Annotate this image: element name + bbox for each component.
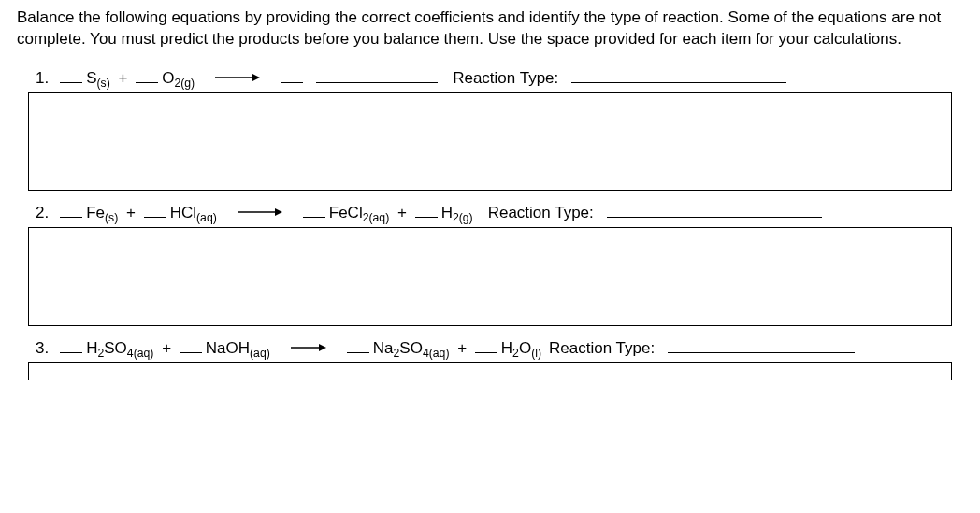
reactant-2: HCl(aq) <box>170 204 217 224</box>
reaction-arrow-icon <box>215 72 260 83</box>
reaction-type-label: Reaction Type: <box>453 69 558 88</box>
work-area-3[interactable] <box>28 362 952 380</box>
plus-sign: + <box>393 204 411 222</box>
plus-sign: + <box>114 69 132 88</box>
product-2: H2(g) <box>441 204 473 224</box>
coefficient-blank[interactable] <box>60 202 82 218</box>
reaction-arrow-icon <box>238 207 282 218</box>
reactant-2: NaOH(aq) <box>206 339 270 360</box>
coefficient-blank[interactable] <box>281 67 303 83</box>
work-area-1[interactable] <box>28 92 952 191</box>
svg-marker-3 <box>275 208 282 216</box>
item-number: 3. <box>36 339 49 358</box>
reaction-arrow-icon <box>291 342 326 353</box>
plus-sign: + <box>122 204 139 222</box>
reactant-2: O2(g) <box>162 69 195 90</box>
instructions-text: Balance the following equations by provi… <box>17 7 963 50</box>
equation-row-3: 3. H2SO4(aq) + NaOH(aq) Na2SO4(aq) + H2O… <box>17 337 963 360</box>
coefficient-blank[interactable] <box>347 337 369 353</box>
reactant-1: Fe(s) <box>86 204 118 224</box>
work-area-2[interactable] <box>28 227 952 326</box>
equation-row-1: 1. S(s) + O2(g) Reaction Type: <box>17 67 963 90</box>
reaction-type-blank[interactable] <box>571 67 786 83</box>
product-2: H2O(l) <box>501 339 541 360</box>
coefficient-blank[interactable] <box>303 202 325 218</box>
svg-marker-5 <box>319 344 326 351</box>
coefficient-blank[interactable] <box>415 202 438 218</box>
coefficient-blank[interactable] <box>475 337 497 353</box>
reaction-type-blank[interactable] <box>607 202 822 218</box>
reaction-type-blank[interactable] <box>668 337 855 353</box>
product-1: FeCl2(aq) <box>329 204 389 224</box>
plus-sign: + <box>157 339 175 358</box>
reactant-1: H2SO4(aq) <box>86 339 153 360</box>
item-number: 1. <box>36 69 49 88</box>
reactant-1: S(s) <box>86 69 110 90</box>
svg-marker-1 <box>252 74 260 81</box>
item-number: 2. <box>36 204 49 222</box>
reaction-type-label: Reaction Type: <box>488 204 594 222</box>
coefficient-blank[interactable] <box>60 337 82 353</box>
equation-row-2: 2. Fe(s) + HCl(aq) FeCl2(aq) + H2(g) Rea… <box>17 202 963 224</box>
product-1: Na2SO4(aq) <box>373 339 450 360</box>
reaction-type-label: Reaction Type: <box>549 339 655 358</box>
coefficient-blank[interactable] <box>144 202 166 218</box>
coefficient-blank[interactable] <box>60 67 82 83</box>
coefficient-blank[interactable] <box>136 67 158 83</box>
product-blank[interactable] <box>316 67 438 83</box>
coefficient-blank[interactable] <box>180 337 202 353</box>
plus-sign: + <box>453 339 470 358</box>
